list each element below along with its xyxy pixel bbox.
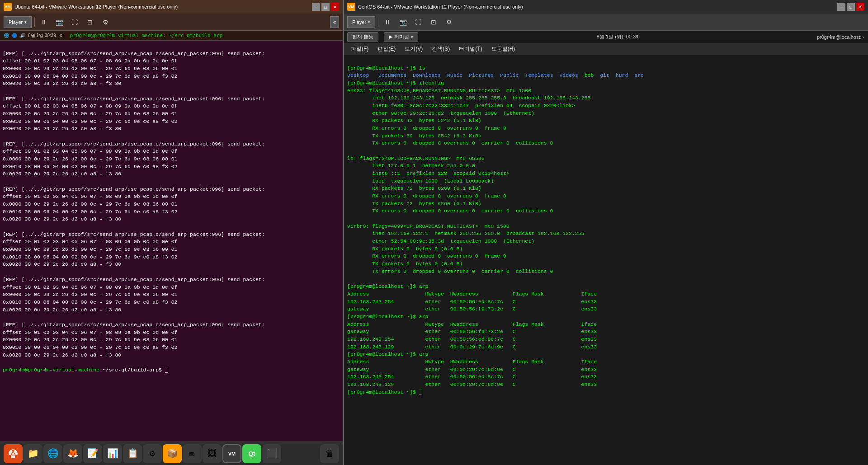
centos-terminal-btn[interactable]: ▶ 터미널 ▾: [384, 32, 418, 42]
firefox-icon[interactable]: 🦊: [63, 444, 82, 463]
centos-terminal-output: [pr0gr4m@localhost ~]$ ls Desktop Docume…: [347, 57, 864, 404]
centos-close-btn[interactable]: ✕: [856, 3, 864, 11]
bluetooth-icon: 🔵: [12, 33, 17, 38]
time-left: 8월 1일 00:39: [28, 33, 56, 39]
menu-view[interactable]: 보기(V): [401, 44, 426, 54]
centos-vm-icon: VM: [347, 3, 355, 11]
ubuntu-maximize-btn[interactable]: □: [321, 3, 330, 11]
calc-icon[interactable]: 📊: [103, 444, 122, 463]
menu-search[interactable]: 검색(S): [428, 44, 453, 54]
files-icon[interactable]: 📁: [24, 444, 42, 463]
ubuntu-taskbar: 📁 🌐 🦊 📝 📊 📋 ⚙ 📦 ✉ 🖼 VM Qt ⬛ 🗑: [0, 442, 343, 465]
centos-settings-btn[interactable]: ⚙: [443, 16, 455, 28]
qt-icon[interactable]: Qt: [242, 444, 261, 463]
centos-unity-btn[interactable]: ⊡: [427, 16, 440, 28]
centos-terminal[interactable]: [pr0gr4m@localhost ~]$ ls Desktop Docume…: [344, 55, 868, 465]
settings-indicator: ⚙: [59, 33, 63, 38]
ubuntu-unity-btn[interactable]: ⊡: [84, 16, 96, 28]
centos-vm-window: VM CentOS 64-bit - VMware Workstation 12…: [344, 0, 868, 465]
sound-icon: 🔊: [20, 33, 25, 38]
centos-player-btn[interactable]: Player ▾: [347, 16, 375, 28]
ubuntu-vm-icon: VM: [4, 3, 12, 11]
centos-minimize-btn[interactable]: ─: [837, 3, 845, 11]
centos-gnome-topbar: 현재 활동 ▶ 터미널 ▾ 8월 1일 (화), 00:39 pr0gr4m@l…: [344, 31, 868, 43]
menu-file[interactable]: 파일(F): [347, 44, 372, 54]
centos-date-display: 8월 1일 (화), 00:39: [597, 33, 638, 40]
ubuntu-screenshot-btn[interactable]: 📷: [53, 16, 66, 28]
ubuntu-fold-btn[interactable]: «: [330, 16, 339, 28]
ubuntu-pause-btn[interactable]: ⏸: [38, 16, 50, 28]
systemsettings-icon[interactable]: ⚙: [143, 444, 162, 463]
amazon-icon[interactable]: 📦: [163, 444, 182, 463]
menu-terminal[interactable]: 터미널(T): [455, 44, 486, 54]
ubuntu-window-title: Ubuntu 64-bit - VMware Workstation 12 Pl…: [14, 4, 178, 9]
terminal-taskbar-icon[interactable]: ⬛: [262, 444, 281, 463]
network-icon: 🌐: [4, 33, 9, 38]
centos-activities-btn[interactable]: 현재 활동: [347, 32, 378, 42]
photo-icon[interactable]: 🖼: [203, 444, 222, 463]
centos-titlebar: VM CentOS 64-bit - VMware Workstation 12…: [344, 0, 868, 14]
menu-edit[interactable]: 편집(E): [374, 44, 399, 54]
terminal-output: [REP] [../../git/arp_spoof/src/send_arp/…: [3, 42, 340, 381]
ubuntu-terminal[interactable]: [REP] [../../git/arp_spoof/src/send_arp/…: [0, 41, 343, 442]
centos-vmware-toolbar: Player ▾ ⏸ 📷 ⛶ ⊡ ⚙: [344, 14, 868, 31]
ubuntu-titlebar: VM Ubuntu 64-bit - VMware Workstation 12…: [0, 0, 343, 14]
centos-screenshot-btn[interactable]: 📷: [396, 16, 409, 28]
ubuntu-settings-btn[interactable]: ⚙: [99, 16, 112, 28]
texteditor-icon[interactable]: 📝: [83, 444, 102, 463]
centos-toolbar-separator: [378, 18, 378, 27]
trash-icon[interactable]: 🗑: [320, 444, 339, 463]
ubuntu-vm-window: VM Ubuntu 64-bit - VMware Workstation 12…: [0, 0, 344, 465]
ubuntu-player-btn[interactable]: Player ▾: [4, 16, 32, 28]
ubuntu-minimize-btn[interactable]: ─: [312, 3, 320, 11]
libreoffice-icon[interactable]: 📋: [123, 444, 142, 463]
mail-icon[interactable]: ✉: [183, 444, 202, 463]
ubuntu-vmware-toolbar: Player ▾ ⏸ 📷 ⛶ ⊡ ⚙ «: [0, 14, 343, 31]
chrome-icon[interactable]: 🌐: [43, 444, 62, 463]
vmware-taskbar-icon[interactable]: VM: [222, 444, 241, 463]
ubuntu-fullscreen-btn[interactable]: ⛶: [68, 16, 81, 28]
centos-user-display: pr0gr4m@localhost:~: [817, 34, 864, 40]
centos-pause-btn[interactable]: ⏸: [381, 16, 394, 28]
centos-fullscreen-btn[interactable]: ⛶: [412, 16, 425, 28]
ubuntu-logo-icon[interactable]: [4, 444, 23, 463]
ubuntu-close-btn[interactable]: ✕: [331, 3, 339, 11]
centos-window-title: CentOS 64-bit - VMware Workstation 12 Pl…: [358, 4, 523, 9]
centos-maximize-btn[interactable]: □: [847, 3, 855, 11]
ubuntu-current-path: pr0gr4m@pr0gr4m-virtual-machine: ~/src-q…: [70, 33, 223, 38]
ubuntu-path-bar: 🌐 🔵 🔊 8월 1일 00:39 ⚙ pr0gr4m@pr0gr4m-virt…: [0, 31, 343, 41]
ubuntu-toolbar-separator1: [34, 18, 35, 27]
centos-menubar: 파일(F) 편집(E) 보기(V) 검색(S) 터미널(T) 도움말(H): [344, 43, 868, 55]
menu-help[interactable]: 도움말(H): [488, 44, 519, 54]
